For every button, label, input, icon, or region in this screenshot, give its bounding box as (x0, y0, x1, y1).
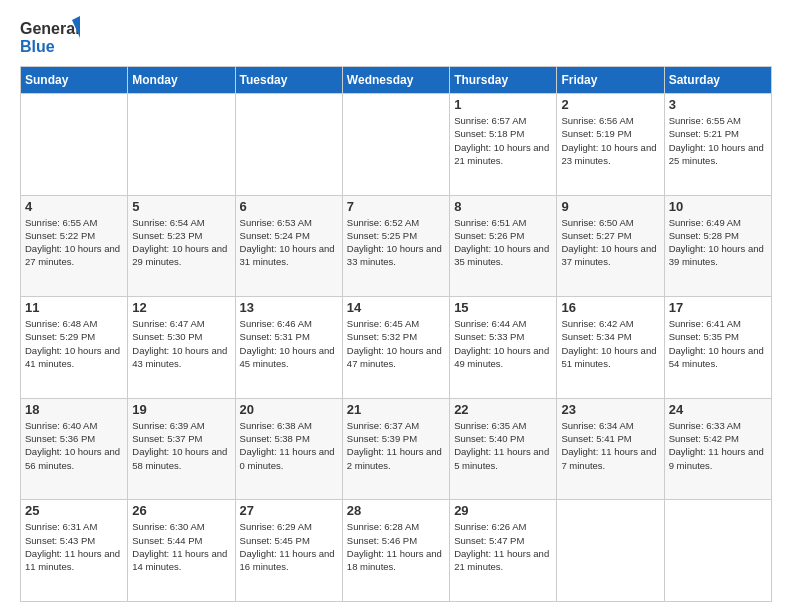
day-cell: 27Sunrise: 6:29 AM Sunset: 5:45 PM Dayli… (235, 500, 342, 602)
day-info: Sunrise: 6:49 AM Sunset: 5:28 PM Dayligh… (669, 216, 767, 269)
day-info: Sunrise: 6:56 AM Sunset: 5:19 PM Dayligh… (561, 114, 659, 167)
day-cell (557, 500, 664, 602)
day-number: 11 (25, 300, 123, 315)
week-row-4: 25Sunrise: 6:31 AM Sunset: 5:43 PM Dayli… (21, 500, 772, 602)
page: GeneralBlue SundayMondayTuesdayWednesday… (0, 0, 792, 612)
logo: GeneralBlue (20, 16, 80, 56)
day-cell: 1Sunrise: 6:57 AM Sunset: 5:18 PM Daylig… (450, 94, 557, 196)
day-info: Sunrise: 6:46 AM Sunset: 5:31 PM Dayligh… (240, 317, 338, 370)
day-cell (664, 500, 771, 602)
day-info: Sunrise: 6:52 AM Sunset: 5:25 PM Dayligh… (347, 216, 445, 269)
day-number: 27 (240, 503, 338, 518)
day-number: 18 (25, 402, 123, 417)
day-info: Sunrise: 6:53 AM Sunset: 5:24 PM Dayligh… (240, 216, 338, 269)
day-info: Sunrise: 6:55 AM Sunset: 5:22 PM Dayligh… (25, 216, 123, 269)
day-number: 10 (669, 199, 767, 214)
day-cell: 29Sunrise: 6:26 AM Sunset: 5:47 PM Dayli… (450, 500, 557, 602)
day-number: 7 (347, 199, 445, 214)
day-cell: 21Sunrise: 6:37 AM Sunset: 5:39 PM Dayli… (342, 398, 449, 500)
day-number: 8 (454, 199, 552, 214)
day-number: 22 (454, 402, 552, 417)
day-cell: 14Sunrise: 6:45 AM Sunset: 5:32 PM Dayli… (342, 297, 449, 399)
day-number: 24 (669, 402, 767, 417)
day-number: 26 (132, 503, 230, 518)
day-number: 4 (25, 199, 123, 214)
day-number: 16 (561, 300, 659, 315)
day-cell: 17Sunrise: 6:41 AM Sunset: 5:35 PM Dayli… (664, 297, 771, 399)
day-cell: 5Sunrise: 6:54 AM Sunset: 5:23 PM Daylig… (128, 195, 235, 297)
day-cell: 25Sunrise: 6:31 AM Sunset: 5:43 PM Dayli… (21, 500, 128, 602)
day-cell: 20Sunrise: 6:38 AM Sunset: 5:38 PM Dayli… (235, 398, 342, 500)
day-cell: 4Sunrise: 6:55 AM Sunset: 5:22 PM Daylig… (21, 195, 128, 297)
day-number: 9 (561, 199, 659, 214)
day-number: 17 (669, 300, 767, 315)
day-cell: 19Sunrise: 6:39 AM Sunset: 5:37 PM Dayli… (128, 398, 235, 500)
day-info: Sunrise: 6:30 AM Sunset: 5:44 PM Dayligh… (132, 520, 230, 573)
day-info: Sunrise: 6:47 AM Sunset: 5:30 PM Dayligh… (132, 317, 230, 370)
calendar-table: SundayMondayTuesdayWednesdayThursdayFrid… (20, 66, 772, 602)
week-row-3: 18Sunrise: 6:40 AM Sunset: 5:36 PM Dayli… (21, 398, 772, 500)
day-info: Sunrise: 6:31 AM Sunset: 5:43 PM Dayligh… (25, 520, 123, 573)
day-cell: 6Sunrise: 6:53 AM Sunset: 5:24 PM Daylig… (235, 195, 342, 297)
day-info: Sunrise: 6:48 AM Sunset: 5:29 PM Dayligh… (25, 317, 123, 370)
day-cell: 11Sunrise: 6:48 AM Sunset: 5:29 PM Dayli… (21, 297, 128, 399)
day-number: 13 (240, 300, 338, 315)
day-info: Sunrise: 6:44 AM Sunset: 5:33 PM Dayligh… (454, 317, 552, 370)
day-info: Sunrise: 6:38 AM Sunset: 5:38 PM Dayligh… (240, 419, 338, 472)
day-info: Sunrise: 6:40 AM Sunset: 5:36 PM Dayligh… (25, 419, 123, 472)
day-cell: 26Sunrise: 6:30 AM Sunset: 5:44 PM Dayli… (128, 500, 235, 602)
day-cell: 22Sunrise: 6:35 AM Sunset: 5:40 PM Dayli… (450, 398, 557, 500)
day-info: Sunrise: 6:33 AM Sunset: 5:42 PM Dayligh… (669, 419, 767, 472)
day-cell: 28Sunrise: 6:28 AM Sunset: 5:46 PM Dayli… (342, 500, 449, 602)
day-info: Sunrise: 6:26 AM Sunset: 5:47 PM Dayligh… (454, 520, 552, 573)
col-header-wednesday: Wednesday (342, 67, 449, 94)
day-number: 28 (347, 503, 445, 518)
day-number: 21 (347, 402, 445, 417)
day-info: Sunrise: 6:45 AM Sunset: 5:32 PM Dayligh… (347, 317, 445, 370)
day-number: 14 (347, 300, 445, 315)
day-info: Sunrise: 6:55 AM Sunset: 5:21 PM Dayligh… (669, 114, 767, 167)
day-number: 5 (132, 199, 230, 214)
day-cell: 18Sunrise: 6:40 AM Sunset: 5:36 PM Dayli… (21, 398, 128, 500)
day-number: 15 (454, 300, 552, 315)
day-cell: 23Sunrise: 6:34 AM Sunset: 5:41 PM Dayli… (557, 398, 664, 500)
day-info: Sunrise: 6:29 AM Sunset: 5:45 PM Dayligh… (240, 520, 338, 573)
day-cell: 16Sunrise: 6:42 AM Sunset: 5:34 PM Dayli… (557, 297, 664, 399)
day-number: 25 (25, 503, 123, 518)
day-number: 3 (669, 97, 767, 112)
day-cell (21, 94, 128, 196)
day-number: 19 (132, 402, 230, 417)
col-header-thursday: Thursday (450, 67, 557, 94)
day-info: Sunrise: 6:54 AM Sunset: 5:23 PM Dayligh… (132, 216, 230, 269)
day-info: Sunrise: 6:35 AM Sunset: 5:40 PM Dayligh… (454, 419, 552, 472)
col-header-friday: Friday (557, 67, 664, 94)
day-info: Sunrise: 6:39 AM Sunset: 5:37 PM Dayligh… (132, 419, 230, 472)
day-cell: 7Sunrise: 6:52 AM Sunset: 5:25 PM Daylig… (342, 195, 449, 297)
day-cell: 2Sunrise: 6:56 AM Sunset: 5:19 PM Daylig… (557, 94, 664, 196)
day-cell (342, 94, 449, 196)
day-number: 6 (240, 199, 338, 214)
day-cell: 8Sunrise: 6:51 AM Sunset: 5:26 PM Daylig… (450, 195, 557, 297)
day-info: Sunrise: 6:51 AM Sunset: 5:26 PM Dayligh… (454, 216, 552, 269)
week-row-2: 11Sunrise: 6:48 AM Sunset: 5:29 PM Dayli… (21, 297, 772, 399)
day-info: Sunrise: 6:34 AM Sunset: 5:41 PM Dayligh… (561, 419, 659, 472)
week-row-0: 1Sunrise: 6:57 AM Sunset: 5:18 PM Daylig… (21, 94, 772, 196)
day-number: 29 (454, 503, 552, 518)
day-info: Sunrise: 6:28 AM Sunset: 5:46 PM Dayligh… (347, 520, 445, 573)
col-header-sunday: Sunday (21, 67, 128, 94)
day-cell: 3Sunrise: 6:55 AM Sunset: 5:21 PM Daylig… (664, 94, 771, 196)
header-row: SundayMondayTuesdayWednesdayThursdayFrid… (21, 67, 772, 94)
day-number: 1 (454, 97, 552, 112)
col-header-tuesday: Tuesday (235, 67, 342, 94)
day-cell: 10Sunrise: 6:49 AM Sunset: 5:28 PM Dayli… (664, 195, 771, 297)
svg-text:General: General (20, 20, 80, 37)
day-info: Sunrise: 6:41 AM Sunset: 5:35 PM Dayligh… (669, 317, 767, 370)
day-number: 2 (561, 97, 659, 112)
header: GeneralBlue (20, 16, 772, 56)
col-header-monday: Monday (128, 67, 235, 94)
day-cell (235, 94, 342, 196)
day-cell: 15Sunrise: 6:44 AM Sunset: 5:33 PM Dayli… (450, 297, 557, 399)
logo-svg: GeneralBlue (20, 16, 80, 56)
day-cell: 9Sunrise: 6:50 AM Sunset: 5:27 PM Daylig… (557, 195, 664, 297)
day-cell: 24Sunrise: 6:33 AM Sunset: 5:42 PM Dayli… (664, 398, 771, 500)
